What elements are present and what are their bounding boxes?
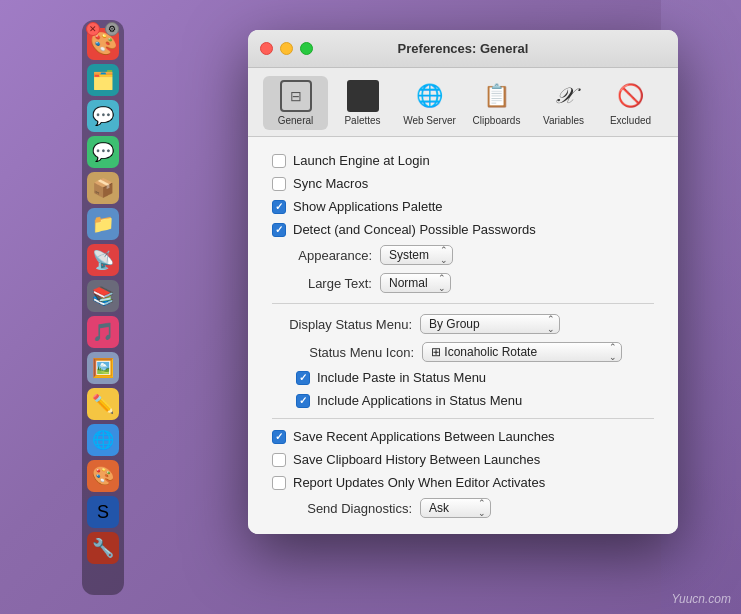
dock-icon-6[interactable]: 📁 bbox=[87, 208, 119, 240]
show-applications-label: Show Applications Palette bbox=[293, 199, 443, 214]
dock-icon-5[interactable]: 📦 bbox=[87, 172, 119, 204]
dock: 🎨 🗂️ 💬 💬 📦 📁 📡 📚 🎵 🖼️ ✏️ 🌐 🎨 S 🔧 bbox=[82, 20, 124, 595]
dock-icon-13[interactable]: 🎨 bbox=[87, 460, 119, 492]
include-paste-label: Include Paste in Status Menu bbox=[317, 370, 486, 385]
detect-passwords-checkbox[interactable] bbox=[272, 223, 286, 237]
show-applications-row: Show Applications Palette bbox=[272, 199, 654, 214]
tab-excluded-label: Excluded bbox=[610, 115, 651, 126]
display-status-menu-row: Display Status Menu: By Group Always Nev… bbox=[272, 314, 654, 334]
dock-icon-12[interactable]: 🌐 bbox=[87, 424, 119, 456]
appearance-row: Appearance: System Light Dark ⌃⌄ bbox=[272, 245, 654, 265]
sync-macros-row: Sync Macros bbox=[272, 176, 654, 191]
clipboards-icon: 📋 bbox=[481, 80, 513, 112]
launch-engine-checkbox[interactable] bbox=[272, 154, 286, 168]
tab-clipboards[interactable]: 📋 Clipboards bbox=[464, 76, 529, 130]
dock-icon-7[interactable]: 📡 bbox=[87, 244, 119, 276]
divider-1 bbox=[272, 303, 654, 304]
divider-2 bbox=[272, 418, 654, 419]
tab-variables-label: Variables bbox=[543, 115, 584, 126]
status-menu-icon-select[interactable]: ⊞ Iconaholic Rotate bbox=[422, 342, 622, 362]
tab-webserver-label: Web Server bbox=[403, 115, 456, 126]
dock-icon-8[interactable]: 📚 bbox=[87, 280, 119, 312]
large-text-select-wrapper: Normal Large Larger ⌃⌄ bbox=[380, 273, 451, 293]
status-menu-icon-select-wrapper: ⊞ Iconaholic Rotate ⌃⌄ bbox=[422, 342, 622, 362]
status-menu-icon-label: Status Menu Icon: bbox=[296, 345, 414, 360]
appearance-label: Appearance: bbox=[272, 248, 372, 263]
status-menu-icon-row: Status Menu Icon: ⊞ Iconaholic Rotate ⌃⌄ bbox=[296, 342, 654, 362]
toolbar: ⊟ General Palettes 🌐 Web Server 📋 Clipbo… bbox=[248, 68, 678, 137]
report-updates-checkbox[interactable] bbox=[272, 476, 286, 490]
tab-palettes-label: Palettes bbox=[344, 115, 380, 126]
save-clipboard-label: Save Clipboard History Between Launches bbox=[293, 452, 540, 467]
save-clipboard-row: Save Clipboard History Between Launches bbox=[272, 452, 654, 467]
dock-icon-14[interactable]: S bbox=[87, 496, 119, 528]
dock-icon-9[interactable]: 🎵 bbox=[87, 316, 119, 348]
send-diagnostics-select-wrapper: Ask Always Never ⌃⌄ bbox=[420, 498, 491, 518]
tab-variables[interactable]: 𝒳 Variables bbox=[531, 76, 596, 130]
appearance-select-wrapper: System Light Dark ⌃⌄ bbox=[380, 245, 453, 265]
excluded-icon: 🚫 bbox=[615, 80, 647, 112]
save-recent-label: Save Recent Applications Between Launche… bbox=[293, 429, 555, 444]
variables-icon: 𝒳 bbox=[548, 80, 580, 112]
dock-icon-2[interactable]: 🗂️ bbox=[87, 64, 119, 96]
report-updates-label: Report Updates Only When Editor Activate… bbox=[293, 475, 545, 490]
large-text-label: Large Text: bbox=[272, 276, 372, 291]
save-clipboard-checkbox[interactable] bbox=[272, 453, 286, 467]
gear-btn[interactable]: ⚙ bbox=[105, 22, 119, 36]
report-updates-row: Report Updates Only When Editor Activate… bbox=[272, 475, 654, 490]
webserver-icon: 🌐 bbox=[414, 80, 446, 112]
maximize-button[interactable] bbox=[300, 42, 313, 55]
palettes-icon bbox=[347, 80, 379, 112]
launch-engine-label: Launch Engine at Login bbox=[293, 153, 430, 168]
sync-macros-checkbox[interactable] bbox=[272, 177, 286, 191]
tab-general[interactable]: ⊟ General bbox=[263, 76, 328, 130]
include-paste-checkbox[interactable] bbox=[296, 371, 310, 385]
send-diagnostics-row: Send Diagnostics: Ask Always Never ⌃⌄ bbox=[272, 498, 654, 518]
traffic-lights bbox=[260, 42, 313, 55]
titlebar: Preferences: General bbox=[248, 30, 678, 68]
send-diagnostics-select[interactable]: Ask Always Never bbox=[420, 498, 491, 518]
display-status-menu-select-wrapper: By Group Always Never ⌃⌄ bbox=[420, 314, 560, 334]
tab-clipboards-label: Clipboards bbox=[473, 115, 521, 126]
content-area: Launch Engine at Login Sync Macros Show … bbox=[248, 137, 678, 534]
sync-macros-label: Sync Macros bbox=[293, 176, 368, 191]
include-applications-checkbox[interactable] bbox=[296, 394, 310, 408]
detect-passwords-row: Detect (and Conceal) Possible Passwords bbox=[272, 222, 654, 237]
include-applications-label: Include Applications in Status Menu bbox=[317, 393, 522, 408]
save-recent-checkbox[interactable] bbox=[272, 430, 286, 444]
dock-icon-10[interactable]: 🖼️ bbox=[87, 352, 119, 384]
dock-icon-4[interactable]: 💬 bbox=[87, 136, 119, 168]
general-icon: ⊟ bbox=[280, 80, 312, 112]
watermark: Yuucn.com bbox=[671, 592, 731, 606]
appearance-select[interactable]: System Light Dark bbox=[380, 245, 453, 265]
minimize-button[interactable] bbox=[280, 42, 293, 55]
save-recent-row: Save Recent Applications Between Launche… bbox=[272, 429, 654, 444]
preferences-window: Preferences: General ⊟ General Palettes … bbox=[248, 30, 678, 534]
display-status-menu-label: Display Status Menu: bbox=[272, 317, 412, 332]
tab-webserver[interactable]: 🌐 Web Server bbox=[397, 76, 462, 130]
dock-icon-3[interactable]: 💬 bbox=[87, 100, 119, 132]
large-text-row: Large Text: Normal Large Larger ⌃⌄ bbox=[272, 273, 654, 293]
detect-passwords-label: Detect (and Conceal) Possible Passwords bbox=[293, 222, 536, 237]
close-btn[interactable]: ✕ bbox=[86, 22, 100, 36]
send-diagnostics-label: Send Diagnostics: bbox=[272, 501, 412, 516]
dock-icon-11[interactable]: ✏️ bbox=[87, 388, 119, 420]
launch-engine-row: Launch Engine at Login bbox=[272, 153, 654, 168]
window-title: Preferences: General bbox=[398, 41, 529, 56]
dock-icon-15[interactable]: 🔧 bbox=[87, 532, 119, 564]
include-applications-row: Include Applications in Status Menu bbox=[296, 393, 654, 408]
display-status-menu-select[interactable]: By Group Always Never bbox=[420, 314, 560, 334]
show-applications-checkbox[interactable] bbox=[272, 200, 286, 214]
tab-excluded[interactable]: 🚫 Excluded bbox=[598, 76, 663, 130]
tab-palettes[interactable]: Palettes bbox=[330, 76, 395, 130]
tab-general-label: General bbox=[278, 115, 314, 126]
close-button[interactable] bbox=[260, 42, 273, 55]
large-text-select[interactable]: Normal Large Larger bbox=[380, 273, 451, 293]
include-paste-row: Include Paste in Status Menu bbox=[296, 370, 654, 385]
